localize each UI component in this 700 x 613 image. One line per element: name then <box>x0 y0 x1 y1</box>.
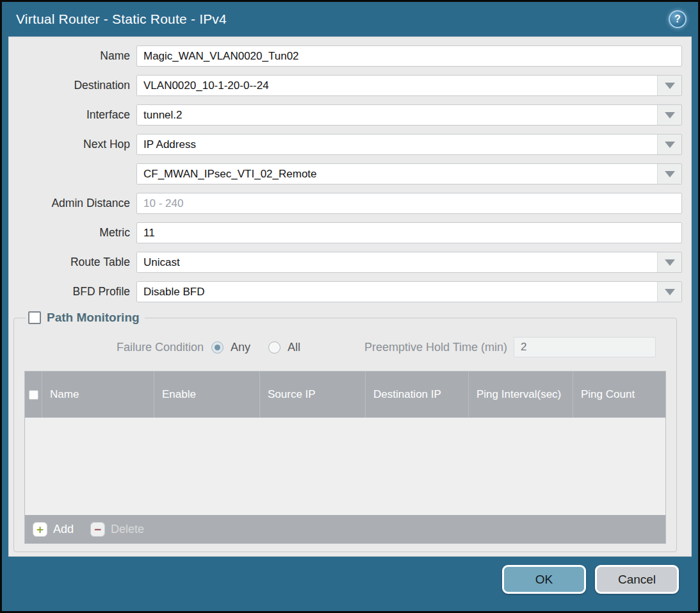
form-row-next-hop-address <box>9 163 682 184</box>
delete-button[interactable]: − Delete <box>90 522 144 537</box>
path-monitoring-table: Name Enable Source IP Destination IP Pin… <box>24 371 666 544</box>
minus-icon: − <box>90 522 105 537</box>
destination-combo <box>136 75 682 96</box>
dialog-footer: OK Cancel <box>2 557 698 611</box>
next-hop-address-combo <box>136 163 682 184</box>
next-hop-address-input[interactable] <box>137 164 657 184</box>
failure-condition-row: Failure Condition Any All Preemptive Hol… <box>24 336 656 358</box>
column-header-name: Name <box>42 372 154 418</box>
ok-button[interactable]: OK <box>502 565 586 594</box>
bfd-profile-combo <box>136 281 682 302</box>
dialog-title: Virtual Router - Static Route - IPv4 <box>16 12 669 27</box>
destination-input[interactable] <box>137 76 657 95</box>
form-row-metric: Metric <box>9 222 682 243</box>
next-hop-type-input[interactable] <box>137 135 657 154</box>
interface-combo <box>136 104 682 126</box>
form-row-bfd-profile: BFD Profile <box>9 281 682 302</box>
form-row-name: Name <box>9 45 682 67</box>
metric-input[interactable] <box>136 222 682 243</box>
route-table-dropdown-button[interactable] <box>657 252 681 272</box>
path-monitoring-title: Path Monitoring <box>47 311 140 325</box>
form-row-admin-distance: Admin Distance <box>9 193 682 214</box>
failure-condition-all-option[interactable]: All <box>268 341 300 354</box>
table-header: Name Enable Source IP Destination IP Pin… <box>25 372 665 418</box>
interface-dropdown-button[interactable] <box>657 105 681 125</box>
bfd-profile-label: BFD Profile <box>9 285 136 298</box>
preemptive-hold-time-label: Preemptive Hold Time (min) <box>364 341 514 354</box>
next-hop-label: Next Hop <box>9 138 136 151</box>
destination-dropdown-button[interactable] <box>657 76 681 95</box>
admin-distance-input[interactable] <box>136 193 682 214</box>
name-label: Name <box>9 49 136 63</box>
failure-condition-label: Failure Condition <box>24 341 211 354</box>
route-table-input[interactable] <box>137 252 657 272</box>
chevron-down-icon <box>665 259 675 266</box>
form-row-next-hop: Next Hop <box>9 134 682 155</box>
select-all-checkbox[interactable] <box>29 390 38 400</box>
column-header-destination-ip: Destination IP <box>365 372 468 418</box>
radio-any-icon[interactable] <box>211 341 224 354</box>
path-monitoring-checkbox[interactable] <box>28 311 41 324</box>
admin-distance-label: Admin Distance <box>9 197 136 210</box>
add-button-label: Add <box>53 523 74 536</box>
column-header-source-ip: Source IP <box>259 372 365 418</box>
help-icon[interactable]: ? <box>669 10 687 28</box>
route-table-label: Route Table <box>9 256 136 269</box>
titlebar: Virtual Router - Static Route - IPv4 ? <box>2 2 698 37</box>
path-monitoring-legend: Path Monitoring <box>26 311 145 325</box>
bfd-profile-dropdown-button[interactable] <box>657 282 681 302</box>
form-row-destination: Destination <box>9 75 682 96</box>
metric-label: Metric <box>9 226 136 240</box>
delete-button-label: Delete <box>111 523 144 536</box>
route-table-combo <box>136 252 682 273</box>
table-toolbar: + Add − Delete <box>25 515 665 543</box>
name-input[interactable] <box>136 45 682 67</box>
radio-all-icon[interactable] <box>268 341 281 354</box>
form-row-interface: Interface <box>9 104 682 126</box>
radio-all-label: All <box>288 341 300 354</box>
column-header-ping-interval: Ping Interval(sec) <box>468 372 573 418</box>
chevron-down-icon <box>665 171 675 177</box>
select-all-cell <box>25 372 42 418</box>
column-header-ping-count: Ping Count <box>573 372 665 418</box>
interface-input[interactable] <box>137 105 657 125</box>
destination-label: Destination <box>9 79 136 92</box>
chevron-down-icon <box>665 112 675 119</box>
preemptive-hold-time-input[interactable] <box>514 337 656 357</box>
chevron-down-icon <box>665 142 675 148</box>
next-hop-type-combo <box>136 134 682 155</box>
form-row-route-table: Route Table <box>9 252 682 273</box>
column-header-enable: Enable <box>154 372 259 418</box>
bfd-profile-input[interactable] <box>137 282 657 302</box>
path-monitoring-section: Path Monitoring Failure Condition Any Al… <box>13 311 677 552</box>
radio-any-label: Any <box>231 341 250 354</box>
dialog-content: Name Destination Interface <box>8 37 692 557</box>
next-hop-type-dropdown-button[interactable] <box>657 135 681 154</box>
static-route-dialog: Virtual Router - Static Route - IPv4 ? N… <box>0 0 700 613</box>
add-button[interactable]: + Add <box>33 522 74 537</box>
plus-icon: + <box>33 522 47 537</box>
interface-label: Interface <box>9 108 136 122</box>
cancel-button[interactable]: Cancel <box>595 565 679 594</box>
chevron-down-icon <box>665 289 675 295</box>
table-body-empty <box>25 418 665 515</box>
next-hop-address-dropdown-button[interactable] <box>657 164 681 184</box>
failure-condition-any-option[interactable]: Any <box>211 341 250 354</box>
chevron-down-icon <box>665 83 675 89</box>
